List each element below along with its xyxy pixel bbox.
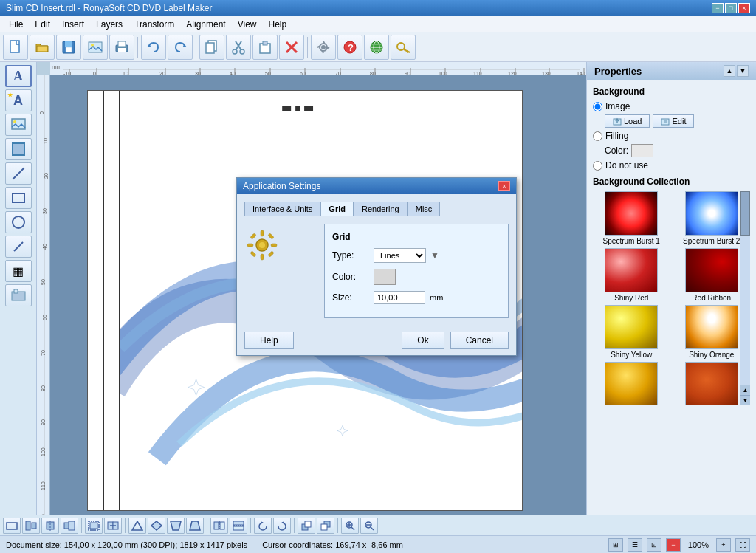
dialog-body: Grid Type: Lines Dots Crosses ▼ Color:	[244, 224, 509, 318]
dialog-content: Interface & Units Grid Rendering Misc	[237, 194, 516, 326]
dialog-gear-icon	[244, 227, 280, 265]
grid-type-label: Type:	[332, 250, 369, 261]
tab-interface-units[interactable]: Interface & Units	[244, 202, 320, 216]
dialog-title: Application Settings	[243, 181, 320, 191]
grid-size-unit: mm	[430, 293, 443, 302]
svg-rect-138	[247, 244, 253, 247]
dialog-help-button[interactable]: Help	[244, 332, 294, 349]
grid-type-row: Type: Lines Dots Crosses ▼	[332, 248, 501, 263]
grid-color-picker[interactable]	[374, 269, 396, 285]
dialog-close-button[interactable]: ×	[498, 181, 510, 191]
grid-size-input[interactable]	[374, 291, 425, 304]
tab-rendering[interactable]: Rendering	[354, 202, 408, 216]
svg-point-135	[259, 242, 265, 248]
tab-misc[interactable]: Misc	[408, 202, 441, 216]
grid-color-label: Color:	[332, 272, 369, 282]
dialog-tabs: Interface & Units Grid Rendering Misc	[244, 202, 509, 216]
grid-section-title: Grid	[332, 232, 501, 242]
dialog-ok-button[interactable]: Ok	[402, 332, 444, 349]
dialog-ok-cancel: Ok Cancel	[402, 332, 509, 349]
svg-rect-143	[268, 251, 274, 257]
svg-rect-141	[268, 233, 274, 239]
tab-grid[interactable]: Grid	[320, 202, 354, 216]
grid-settings-box: Grid Type: Lines Dots Crosses ▼ Color:	[324, 224, 509, 318]
svg-rect-136	[261, 230, 264, 236]
grid-type-select[interactable]: Lines Dots Crosses	[374, 248, 426, 263]
svg-rect-142	[250, 251, 256, 257]
dialog-overlay: Application Settings × Interface & Units…	[0, 0, 756, 553]
dialog-cancel-button[interactable]: Cancel	[450, 332, 509, 349]
dialog-titlebar: Application Settings ×	[237, 178, 516, 194]
svg-rect-139	[271, 244, 277, 247]
grid-color-row: Color:	[332, 269, 501, 285]
grid-size-row: Size: mm	[332, 291, 501, 304]
application-settings-dialog: Application Settings × Interface & Units…	[236, 177, 517, 356]
svg-rect-137	[261, 254, 264, 260]
svg-rect-140	[250, 233, 256, 239]
dialog-buttons: Help Ok Cancel	[237, 326, 516, 355]
grid-size-label: Size:	[332, 292, 369, 303]
